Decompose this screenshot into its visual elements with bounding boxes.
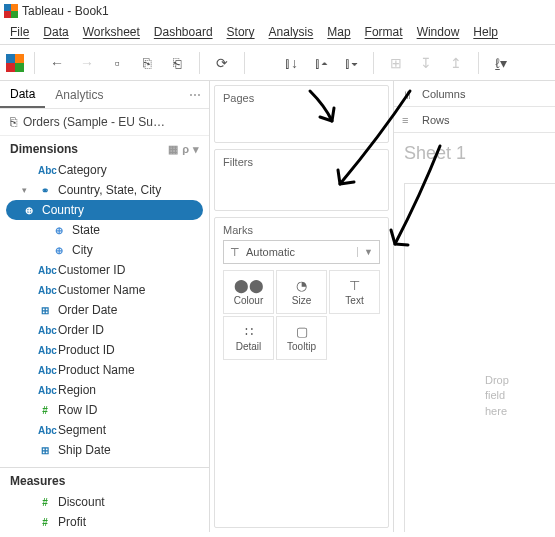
field-row-id[interactable]: #Row ID: [0, 400, 209, 420]
field-label: Profit: [58, 515, 86, 529]
pane-options-icon[interactable]: ⋯: [181, 88, 209, 102]
field-type-icon: #: [38, 405, 52, 416]
field-customer-name[interactable]: AbcCustomer Name: [0, 280, 209, 300]
toolbar: ← → ▫ ⎘ ⎗ ⟳ ⫿↓ ⫿▴ ⫿▾ ⊞ ↧ ↥ ℓ▾: [0, 45, 555, 81]
field-label: Segment: [58, 423, 106, 437]
field-label: Ship Date: [58, 443, 111, 457]
field-order-date[interactable]: ⊞Order Date: [0, 300, 209, 320]
new-sheet-button[interactable]: ⎗: [165, 51, 189, 75]
field-label: Product ID: [58, 343, 115, 357]
field-profit[interactable]: #Profit: [0, 512, 209, 532]
measures-heading: Measures: [0, 467, 209, 492]
text-icon: ⊤: [349, 278, 360, 293]
save-button[interactable]: ▫: [105, 51, 129, 75]
detail-icon: ∷: [245, 324, 253, 339]
swap-button[interactable]: ⫿↓: [279, 51, 303, 75]
field-label: City: [72, 243, 93, 257]
field-city[interactable]: ⊕City: [0, 240, 209, 260]
mark-type-selector[interactable]: ⊤ Automatic ▼: [223, 240, 380, 264]
field-state[interactable]: ⊕State: [0, 220, 209, 240]
field-type-icon: ⊕: [52, 245, 66, 256]
field-type-icon: ⊞: [38, 445, 52, 456]
field-order-id[interactable]: AbcOrder ID: [0, 320, 209, 340]
menu-window[interactable]: Window: [417, 25, 460, 39]
tab-analytics[interactable]: Analytics: [45, 81, 113, 108]
field-region[interactable]: AbcRegion: [0, 380, 209, 400]
field-category[interactable]: AbcCategory: [0, 160, 209, 180]
sheet-canvas[interactable]: Sheet 1 Drop field here: [394, 133, 555, 532]
marks-colour[interactable]: ⬤⬤Colour: [223, 270, 274, 314]
size-icon: ◔: [296, 278, 307, 293]
refresh-button[interactable]: ⟳: [210, 51, 234, 75]
columns-icon: ⫼: [402, 88, 416, 100]
field-product-name[interactable]: AbcProduct Name: [0, 360, 209, 380]
mark-type-icon: ⊤: [230, 246, 240, 259]
sort-desc-button[interactable]: ⫿▾: [339, 51, 363, 75]
columns-shelf[interactable]: ⫼Columns: [394, 81, 555, 107]
data-pane: Data Analytics ⋯ ⎘ Orders (Sample - EU S…: [0, 81, 210, 532]
field-label: State: [72, 223, 100, 237]
group-button[interactable]: ⊞: [384, 51, 408, 75]
field-label: Discount: [58, 495, 105, 509]
marks-size[interactable]: ◔Size: [276, 270, 327, 314]
field-customer-id[interactable]: AbcCustomer ID: [0, 260, 209, 280]
tableau-logo-icon: [4, 4, 18, 18]
datasource-icon: ⎘: [10, 115, 17, 129]
tableau-icon[interactable]: [6, 54, 24, 72]
marks-tooltip[interactable]: ▢Tooltip: [276, 316, 327, 360]
pages-shelf[interactable]: Pages: [214, 85, 389, 143]
field-label: Customer Name: [58, 283, 145, 297]
menu-worksheet[interactable]: Worksheet: [83, 25, 140, 39]
field-type-icon: Abc: [38, 325, 52, 336]
field-label: Region: [58, 383, 96, 397]
chevron-down-icon: ▼: [357, 247, 373, 257]
field-country[interactable]: ⊕Country: [6, 200, 203, 220]
expand-caret-icon[interactable]: ▾: [22, 185, 32, 195]
sort-asc-button[interactable]: ⫿▴: [309, 51, 333, 75]
menu-bar: File Data Worksheet Dashboard Story Anal…: [0, 22, 555, 45]
field-type-icon: #: [38, 517, 52, 528]
menu-story[interactable]: Story: [227, 25, 255, 39]
field-discount[interactable]: #Discount: [0, 492, 209, 512]
field-segment[interactable]: AbcSegment: [0, 420, 209, 440]
marks-detail[interactable]: ∷Detail: [223, 316, 274, 360]
field-type-icon: Abc: [38, 345, 52, 356]
datasource-name: Orders (Sample - EU Su…: [23, 115, 165, 129]
find-field-icon[interactable]: ρ: [182, 143, 189, 156]
menu-analysis[interactable]: Analysis: [269, 25, 314, 39]
sheet-title[interactable]: Sheet 1: [404, 143, 545, 164]
datasource-row[interactable]: ⎘ Orders (Sample - EU Su…: [0, 109, 209, 136]
filters-shelf[interactable]: Filters: [214, 149, 389, 211]
marks-text[interactable]: ⊤Text: [329, 270, 380, 314]
menu-map[interactable]: Map: [327, 25, 350, 39]
field-label: Row ID: [58, 403, 97, 417]
forward-button[interactable]: →: [75, 51, 99, 75]
field-type-icon: Abc: [38, 385, 52, 396]
field-ship-date[interactable]: ⊞Ship Date: [0, 440, 209, 460]
colour-icon: ⬤⬤: [234, 278, 264, 293]
field-country-state-city[interactable]: ▾⚭Country, State, City: [0, 180, 209, 200]
view-as-list-icon[interactable]: ▦: [168, 143, 178, 156]
field-type-icon: Abc: [38, 365, 52, 376]
menu-format[interactable]: Format: [365, 25, 403, 39]
sort-fields-icon[interactable]: ▾: [193, 143, 199, 156]
dimensions-heading: Dimensions: [10, 142, 78, 156]
field-label: Country: [42, 203, 84, 217]
totals-button[interactable]: ↧: [414, 51, 438, 75]
field-label: Order ID: [58, 323, 104, 337]
field-product-id[interactable]: AbcProduct ID: [0, 340, 209, 360]
highlight-button[interactable]: ℓ▾: [489, 51, 513, 75]
rows-icon: ≡: [402, 114, 416, 126]
rows-shelf[interactable]: ≡Rows: [394, 107, 555, 133]
field-label: Order Date: [58, 303, 117, 317]
new-datasource-button[interactable]: ⎘: [135, 51, 159, 75]
menu-data[interactable]: Data: [43, 25, 68, 39]
labels-button[interactable]: ↥: [444, 51, 468, 75]
tab-data[interactable]: Data: [0, 81, 45, 108]
field-type-icon: Abc: [38, 425, 52, 436]
back-button[interactable]: ←: [45, 51, 69, 75]
field-label: Customer ID: [58, 263, 125, 277]
menu-dashboard[interactable]: Dashboard: [154, 25, 213, 39]
menu-help[interactable]: Help: [473, 25, 498, 39]
menu-file[interactable]: File: [10, 25, 29, 39]
